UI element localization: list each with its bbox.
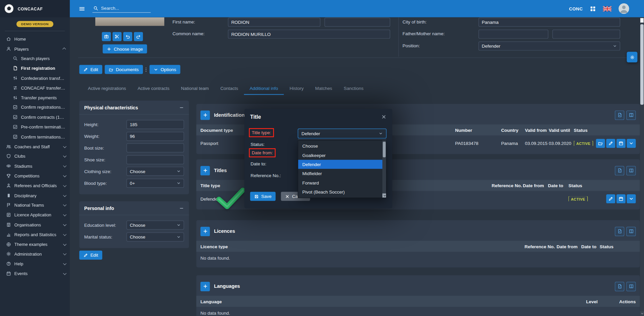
row-calendar-button[interactable] — [616, 194, 626, 203]
common-name-input[interactable] — [228, 30, 390, 39]
sidebar-item[interactable]: CONCACAF transfers (30) — [0, 83, 70, 93]
brand[interactable]: CONCACAF — [0, 0, 70, 17]
sidebar-item[interactable]: Players — [0, 44, 70, 54]
column-header[interactable]: Reference No. — [492, 183, 523, 188]
row-expand-button[interactable] — [627, 139, 636, 148]
row-edit-button[interactable] — [606, 139, 615, 148]
tab[interactable]: National team — [175, 83, 214, 95]
dropdown-option[interactable]: Defender — [298, 160, 386, 169]
sidebar-item[interactable]: Organisations — [0, 220, 70, 229]
sidebar-item[interactable]: Clubs — [0, 151, 70, 161]
column-header[interactable]: Number — [455, 127, 501, 133]
add-identification-button[interactable] — [201, 110, 210, 120]
dropdown-option[interactable]: Pivot (Beach Soccer) — [298, 187, 386, 196]
camera-button[interactable] — [102, 32, 111, 41]
dropdown-option[interactable]: Goalkeeper — [298, 151, 386, 160]
dropdown-option[interactable]: Midfielder — [298, 169, 386, 178]
column-header[interactable]: Language — [201, 299, 586, 304]
column-header[interactable]: Date to — [581, 244, 600, 249]
crop-button[interactable] — [113, 32, 122, 41]
city-of-birth-input[interactable] — [479, 18, 620, 27]
columns-button[interactable] — [626, 281, 636, 291]
add-title-button[interactable] — [201, 166, 210, 175]
row-expand-button[interactable] — [627, 194, 636, 203]
org-code[interactable]: CONC — [569, 6, 583, 11]
language-flag-icon[interactable] — [603, 6, 612, 11]
theme-settings-button[interactable] — [627, 52, 638, 62]
personal-edit-button[interactable]: Edit — [79, 251, 102, 260]
column-header[interactable]: Reference No. — [525, 244, 557, 249]
sidebar-item[interactable]: Events — [0, 269, 70, 278]
tab[interactable]: Matches — [309, 83, 338, 95]
sidebar-item[interactable]: Administration — [0, 249, 70, 259]
weight-input[interactable] — [126, 131, 184, 141]
more-options-icon[interactable] — [143, 65, 149, 74]
shoe-size-input[interactable] — [126, 155, 184, 164]
first-name-input[interactable] — [228, 18, 321, 27]
undo-button[interactable] — [123, 32, 132, 41]
dropdown-scrollbar[interactable] — [382, 141, 386, 198]
add-licence-button[interactable] — [201, 226, 210, 236]
documents-button[interactable]: Documents — [105, 65, 143, 74]
tab[interactable]: Additional info — [244, 83, 284, 95]
column-header[interactable]: Date to — [548, 183, 568, 188]
options-button[interactable]: Options — [150, 65, 180, 74]
menu-icon[interactable] — [79, 6, 85, 12]
save-button[interactable]: Save — [250, 192, 276, 201]
column-header[interactable]: Date from — [556, 244, 581, 249]
sidebar-item[interactable]: Disciplinary — [0, 191, 70, 200]
page-scrollbar[interactable] — [640, 17, 644, 316]
column-header[interactable]: Status — [600, 244, 636, 249]
sidebar-item[interactable]: Confirm registrations (4449) — [0, 103, 70, 112]
apps-grid-icon[interactable] — [590, 6, 596, 12]
scroll-down-arrow[interactable] — [382, 194, 386, 198]
close-icon[interactable] — [381, 114, 386, 119]
column-header[interactable]: Valid from — [525, 127, 549, 133]
tab[interactable]: History — [284, 83, 309, 95]
column-header[interactable]: Level — [586, 299, 600, 304]
sidebar-item[interactable]: Theme examples — [0, 240, 70, 249]
education-level-select[interactable]: Choose — [126, 221, 184, 230]
tab[interactable]: Active registrations — [82, 83, 132, 95]
export-button[interactable] — [615, 110, 624, 120]
user-avatar[interactable] — [619, 3, 629, 14]
columns-button[interactable] — [626, 110, 636, 120]
collapse-button[interactable] — [179, 105, 184, 110]
choose-image-button[interactable]: Choose image — [103, 44, 147, 53]
sidebar-item[interactable]: Stadiums — [0, 161, 70, 171]
redo-button[interactable] — [134, 32, 143, 41]
column-header[interactable]: Actions — [600, 299, 636, 304]
row-calendar-button[interactable] — [616, 139, 626, 148]
column-header[interactable]: Country — [501, 127, 525, 133]
clothing-size-select[interactable]: Choose — [126, 167, 184, 176]
sidebar-item[interactable]: Competitions — [0, 171, 70, 181]
mother-name-input[interactable] — [552, 30, 620, 39]
boot-size-input[interactable] — [126, 143, 184, 152]
sidebar-item[interactable]: First registration — [0, 63, 70, 73]
tab[interactable]: Contacts — [215, 83, 244, 95]
add-language-button[interactable] — [201, 281, 210, 291]
title-type-select[interactable]: Defender — [298, 128, 386, 138]
sidebar-item[interactable]: Coaches and Staff — [0, 142, 70, 151]
dropdown-option[interactable]: Forward — [298, 178, 386, 187]
column-header[interactable]: Status — [569, 183, 591, 188]
father-name-input[interactable] — [479, 30, 548, 39]
sidebar-item[interactable]: Search players — [0, 54, 70, 63]
sidebar-item[interactable]: Referees and Officials — [0, 181, 70, 191]
sidebar-item[interactable]: Confirm contracts (166) — [0, 112, 70, 122]
search-input[interactable] — [101, 6, 150, 11]
first-name-alt-input[interactable] — [324, 18, 390, 27]
sidebar-item[interactable]: Transfer payments — [0, 93, 70, 102]
column-header[interactable]: Valid until — [549, 127, 574, 133]
sidebar-item[interactable]: Home — [0, 34, 70, 44]
sidebar-item[interactable]: Confederation transfers (15) — [0, 73, 70, 83]
sidebar-item[interactable]: Pre-confirm termination — [0, 122, 70, 132]
blood-type-select[interactable]: 0+ — [126, 178, 184, 188]
sidebar-item[interactable]: National Teams — [0, 200, 70, 210]
sidebar-item[interactable]: Help — [0, 259, 70, 269]
sidebar-item[interactable]: Confirm terminations (5) — [0, 132, 70, 142]
search-box[interactable] — [93, 5, 151, 12]
row-documents-button[interactable] — [596, 139, 605, 148]
row-edit-button[interactable] — [606, 194, 615, 203]
export-button[interactable] — [615, 281, 624, 291]
